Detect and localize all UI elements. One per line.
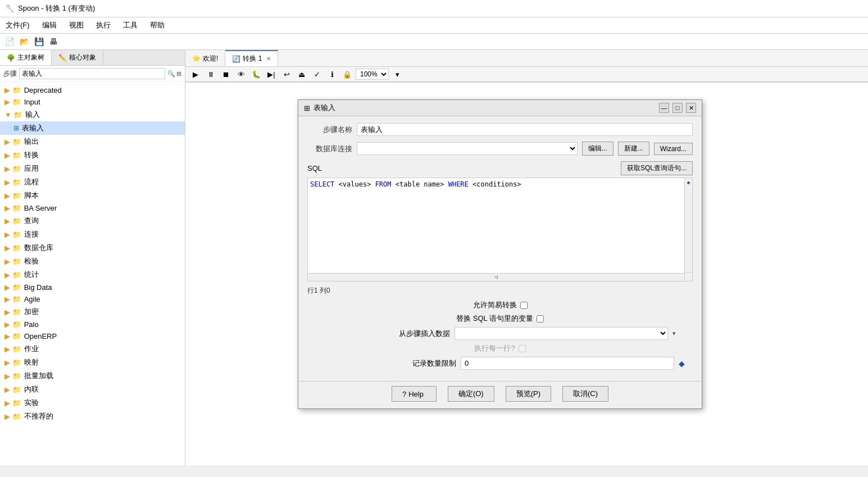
sql-table-placeholder: <table name> — [396, 180, 448, 188]
tree-item-output[interactable]: ▶ 📁 输出 — [0, 135, 185, 148]
tree-item-flow[interactable]: ▶ 📁 流程 — [0, 175, 185, 189]
app-title: Spoon - 转换 1 (有变动) — [18, 3, 95, 13]
dropdown-arrow-icon: ▾ — [672, 330, 676, 337]
zoom-dropdown-button[interactable]: ▾ — [390, 68, 404, 80]
step-debug-button[interactable]: ▶| — [265, 68, 278, 80]
tree-item-agile[interactable]: ▶ 📁 Agile — [0, 293, 185, 305]
save-button[interactable]: 💾 — [33, 35, 45, 48]
run-button[interactable]: ▶ — [189, 68, 202, 80]
tree-item-input[interactable]: ▶ 📁 Input — [0, 96, 185, 108]
cancel-button[interactable]: 取消(C) — [562, 386, 608, 402]
debug-button[interactable]: 🐛 — [249, 68, 263, 80]
check-button[interactable]: ✓ — [310, 68, 324, 80]
tab-transform1[interactable]: 🔄 转换 1 ✕ — [225, 50, 278, 66]
dialog-restore-button[interactable]: □ — [672, 103, 683, 113]
preview-button[interactable]: 👁 — [234, 68, 248, 80]
transform-icon: 🔄 — [232, 55, 240, 63]
new-connect-button[interactable]: 新建... — [618, 142, 649, 156]
menu-execute[interactable]: 执行 — [94, 19, 113, 31]
menu-view[interactable]: 视图 — [67, 19, 86, 31]
edit-connect-button[interactable]: 编辑... — [582, 142, 613, 156]
tree-label-job: 作业 — [24, 344, 39, 354]
tree-label-query: 查询 — [24, 216, 39, 226]
open-button[interactable]: 📂 — [18, 35, 30, 48]
exec-label: 执行每一行? — [474, 343, 515, 353]
print-button[interactable]: 🖶 — [47, 35, 60, 48]
tree-item-bulk-load[interactable]: ▶ 📁 批量加载 — [0, 369, 185, 383]
limit-input[interactable] — [461, 357, 674, 370]
pause-button[interactable]: ⏸ — [204, 68, 217, 80]
help-button[interactable]: ? Help — [392, 386, 437, 402]
dialog-close-button[interactable]: ✕ — [686, 103, 696, 113]
tab-transform-label: 转换 1 — [243, 54, 262, 63]
step-name-input[interactable] — [357, 123, 693, 136]
menu-edit[interactable]: 编辑 — [40, 19, 59, 31]
tree-item-mapping[interactable]: ▶ 📁 映射 — [0, 356, 185, 369]
tree-item-stats[interactable]: ▶ 📁 统计 — [0, 268, 185, 281]
folder-icon: ▶ 📁 — [4, 257, 21, 266]
main-layout: 🌳 主对象树 ✏️ 核心对象 步骤 🔍 ⊞ ▶ 📁 Deprecated — [0, 50, 868, 465]
tab-close-icon[interactable]: ✕ — [266, 56, 271, 62]
tree-label-mapping: 映射 — [24, 357, 39, 367]
info-button[interactable]: ℹ — [325, 68, 339, 80]
dialog-icon: ⊞ — [304, 104, 310, 112]
row-col-info: 行1 列0 — [307, 286, 693, 296]
get-sql-button[interactable]: 获取SQL查询语句... — [621, 161, 693, 175]
tree-item-connect[interactable]: ▶ 📁 连接 — [0, 228, 185, 241]
tree-item-job[interactable]: ▶ 📁 作业 — [0, 342, 185, 356]
tree-item-deprecated[interactable]: ▶ 📁 Deprecated — [0, 84, 185, 96]
tree-item-apply[interactable]: ▶ 📁 应用 — [0, 162, 185, 175]
db-connect-select[interactable] — [357, 142, 578, 155]
stop-button[interactable]: ⏹ — [219, 68, 233, 80]
replace-vars-checkbox[interactable] — [537, 315, 544, 322]
tree-item-script[interactable]: ▶ 📁 脚本 — [0, 189, 185, 202]
tab-core-objects[interactable]: ✏️ 核心对象 — [52, 50, 103, 65]
menu-tools[interactable]: 工具 — [121, 19, 140, 31]
tab-welcome[interactable]: ⭐ 欢迎! — [185, 50, 225, 66]
tree-label-transform: 转换 — [24, 150, 39, 160]
tree-item-check[interactable]: ▶ 📁 检验 — [0, 255, 185, 268]
tree-item-dw[interactable]: ▶ 📁 数据仓库 — [0, 241, 185, 255]
menu-help[interactable]: 帮助 — [148, 19, 167, 31]
folder-icon: ▶ 📁 — [4, 138, 21, 146]
sql-editor[interactable]: SELECT <values> FROM <table name> WHERE … — [307, 178, 693, 281]
limit-diamond-icon: ◆ — [679, 359, 685, 368]
tree-label-dw: 数据仓库 — [24, 243, 53, 253]
grid-icon[interactable]: ⊞ — [176, 70, 181, 78]
sql-scrollbar-right[interactable]: ◆ — [684, 178, 692, 272]
dialog-minimize-button[interactable]: — — [659, 103, 669, 113]
zoom-select[interactable]: 100% 75% 125% — [356, 69, 389, 80]
tree-item-table-input[interactable]: ⊞ 表输入 — [0, 121, 185, 135]
replay-button[interactable]: ↩ — [280, 68, 293, 80]
tree-item-encrypt[interactable]: ▶ 📁 加密 — [0, 305, 185, 319]
tree-label-apply: 应用 — [24, 163, 39, 174]
tree-label-output: 输出 — [24, 137, 39, 147]
tree-item-deprecated2[interactable]: ▶ 📁 不推荐的 — [0, 410, 185, 423]
lock-button[interactable]: 🔒 — [340, 68, 354, 80]
sql-conditions-placeholder: <conditions> — [472, 180, 521, 188]
stop2-button[interactable]: ⏏ — [295, 68, 308, 80]
tree-item-ba-server[interactable]: ▶ 📁 BA Server — [0, 202, 185, 214]
tree-item-palo[interactable]: ▶ 📁 Palo — [0, 319, 185, 330]
tab-main-tree[interactable]: 🌳 主对象树 — [0, 50, 52, 65]
left-tab-strip: 🌳 主对象树 ✏️ 核心对象 — [0, 50, 185, 66]
tree-item-transform[interactable]: ▶ 📁 转换 — [0, 148, 185, 162]
canvas-area[interactable]: ⊞ 表输入 ⊞ 表输入 — □ ✕ — [185, 83, 868, 465]
from-step-select[interactable] — [455, 327, 668, 340]
allow-convert-checkbox[interactable] — [520, 302, 528, 309]
tree-item-bigdata[interactable]: ▶ 📁 Big Data — [0, 281, 185, 293]
tree-item-query[interactable]: ▶ 📁 查询 — [0, 214, 185, 228]
folder-icon: ▶ 📁 — [4, 217, 21, 225]
tree-item-openerp[interactable]: ▶ 📁 OpenERP — [0, 330, 185, 342]
menu-file[interactable]: 文件(F) — [3, 19, 32, 31]
new-button[interactable]: 📄 — [3, 35, 16, 48]
search-icon[interactable]: 🔍 — [167, 70, 175, 78]
tree-item-inline[interactable]: ▶ 📁 内联 — [0, 383, 185, 396]
tree-item-inputs-cn[interactable]: ▼ 📁 输入 — [0, 108, 185, 121]
search-input[interactable] — [19, 68, 165, 79]
wizard-button[interactable]: Wizard... — [654, 143, 693, 155]
tree-item-experiment[interactable]: ▶ 📁 实验 — [0, 396, 185, 410]
preview-button-dialog[interactable]: 预览(P) — [506, 386, 551, 402]
ok-button[interactable]: 确定(O) — [448, 386, 494, 402]
sql-scrollbar-bottom[interactable]: ◁ — [308, 273, 684, 281]
